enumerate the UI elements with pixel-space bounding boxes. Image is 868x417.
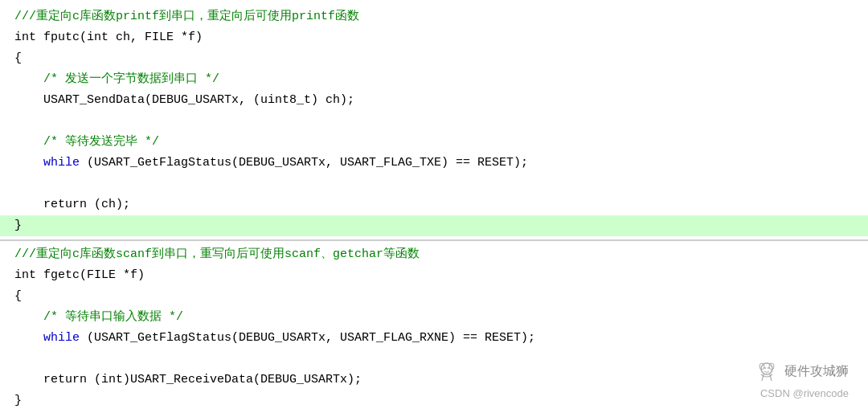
svg-point-3	[764, 367, 766, 369]
watermark-csdn-text: CSDN @rivencode	[760, 386, 849, 403]
code-line: return (ch);	[0, 194, 868, 215]
code-line: /* 等待串口输入数据 */	[0, 307, 868, 328]
code-line	[0, 111, 868, 132]
code-while-line-1: while (USART_GetFlagStatus(DEBUG_USARTx,…	[0, 153, 868, 174]
watermark-logo: 硬件攻城狮	[754, 358, 849, 384]
keyword-while-2: while	[43, 331, 80, 345]
code-line: return (int)USART_ReceiveData(DEBUG_USAR…	[0, 370, 868, 390]
code-line	[0, 349, 868, 370]
code-line: USART_SendData(DEBUG_USARTx, (uint8_t) c…	[0, 90, 868, 111]
code-line: ///重定向c库函数printf到串口，重定向后可使用printf函数	[0, 6, 868, 27]
watermark-brand-text: 硬件攻城狮	[784, 361, 849, 382]
code-line: int fputc(int ch, FILE *f)	[0, 27, 868, 48]
code-closing-brace-2: }	[0, 390, 868, 411]
svg-point-4	[768, 367, 769, 369]
code-line	[0, 174, 868, 194]
code-line: /* 发送一个字节数据到串口 */	[0, 69, 868, 90]
code-while-line-2: while (USART_GetFlagStatus(DEBUG_USARTx,…	[0, 328, 868, 349]
section-divider	[0, 239, 868, 241]
watermark: 硬件攻城狮 CSDN @rivencode	[754, 358, 849, 403]
code-container: ///重定向c库函数printf到串口，重定向后可使用printf函数 int …	[0, 0, 868, 417]
code-line: int fgetc(FILE *f)	[0, 265, 868, 286]
code-line: /* 等待发送完毕 */	[0, 132, 868, 153]
code-line: {	[0, 48, 868, 69]
code-line: ///重定向c库函数scanf到串口，重写向后可使用scanf、getchar等…	[0, 244, 868, 265]
code-closing-brace-1: }	[0, 215, 868, 236]
code-line: {	[0, 286, 868, 307]
lion-icon	[754, 358, 780, 384]
keyword-while: while	[43, 156, 80, 170]
